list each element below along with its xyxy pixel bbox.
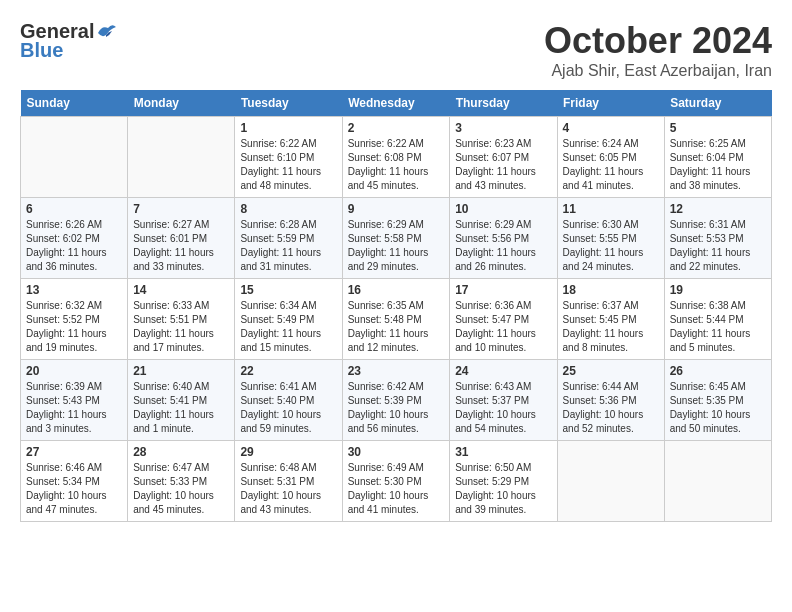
day-cell: 3Sunrise: 6:23 AMSunset: 6:07 PMDaylight… — [450, 117, 557, 198]
day-number: 24 — [455, 364, 551, 378]
day-info: Sunrise: 6:24 AMSunset: 6:05 PMDaylight:… — [563, 137, 659, 193]
day-number: 9 — [348, 202, 445, 216]
day-cell: 28Sunrise: 6:47 AMSunset: 5:33 PMDayligh… — [128, 441, 235, 522]
day-info: Sunrise: 6:29 AMSunset: 5:58 PMDaylight:… — [348, 218, 445, 274]
column-header-tuesday: Tuesday — [235, 90, 342, 117]
day-number: 11 — [563, 202, 659, 216]
day-number: 25 — [563, 364, 659, 378]
day-number: 27 — [26, 445, 122, 459]
day-info: Sunrise: 6:47 AMSunset: 5:33 PMDaylight:… — [133, 461, 229, 517]
day-number: 29 — [240, 445, 336, 459]
day-info: Sunrise: 6:45 AMSunset: 5:35 PMDaylight:… — [670, 380, 766, 436]
day-cell: 5Sunrise: 6:25 AMSunset: 6:04 PMDaylight… — [664, 117, 771, 198]
day-cell: 23Sunrise: 6:42 AMSunset: 5:39 PMDayligh… — [342, 360, 450, 441]
header: General Blue October 2024 Ajab Shir, Eas… — [20, 20, 772, 80]
day-number: 5 — [670, 121, 766, 135]
column-header-friday: Friday — [557, 90, 664, 117]
day-number: 13 — [26, 283, 122, 297]
day-info: Sunrise: 6:35 AMSunset: 5:48 PMDaylight:… — [348, 299, 445, 355]
day-info: Sunrise: 6:22 AMSunset: 6:08 PMDaylight:… — [348, 137, 445, 193]
day-number: 2 — [348, 121, 445, 135]
day-cell: 16Sunrise: 6:35 AMSunset: 5:48 PMDayligh… — [342, 279, 450, 360]
day-info: Sunrise: 6:26 AMSunset: 6:02 PMDaylight:… — [26, 218, 122, 274]
logo-blue: Blue — [20, 39, 63, 62]
day-info: Sunrise: 6:29 AMSunset: 5:56 PMDaylight:… — [455, 218, 551, 274]
day-info: Sunrise: 6:40 AMSunset: 5:41 PMDaylight:… — [133, 380, 229, 436]
day-info: Sunrise: 6:48 AMSunset: 5:31 PMDaylight:… — [240, 461, 336, 517]
day-info: Sunrise: 6:38 AMSunset: 5:44 PMDaylight:… — [670, 299, 766, 355]
day-info: Sunrise: 6:37 AMSunset: 5:45 PMDaylight:… — [563, 299, 659, 355]
location-title: Ajab Shir, East Azerbaijan, Iran — [544, 62, 772, 80]
title-area: October 2024 Ajab Shir, East Azerbaijan,… — [544, 20, 772, 80]
day-number: 21 — [133, 364, 229, 378]
day-cell: 2Sunrise: 6:22 AMSunset: 6:08 PMDaylight… — [342, 117, 450, 198]
day-cell: 19Sunrise: 6:38 AMSunset: 5:44 PMDayligh… — [664, 279, 771, 360]
day-number: 10 — [455, 202, 551, 216]
day-cell: 1Sunrise: 6:22 AMSunset: 6:10 PMDaylight… — [235, 117, 342, 198]
day-number: 26 — [670, 364, 766, 378]
day-info: Sunrise: 6:32 AMSunset: 5:52 PMDaylight:… — [26, 299, 122, 355]
month-title: October 2024 — [544, 20, 772, 62]
day-info: Sunrise: 6:41 AMSunset: 5:40 PMDaylight:… — [240, 380, 336, 436]
week-row-5: 27Sunrise: 6:46 AMSunset: 5:34 PMDayligh… — [21, 441, 772, 522]
day-number: 1 — [240, 121, 336, 135]
day-cell: 21Sunrise: 6:40 AMSunset: 5:41 PMDayligh… — [128, 360, 235, 441]
day-cell: 9Sunrise: 6:29 AMSunset: 5:58 PMDaylight… — [342, 198, 450, 279]
day-info: Sunrise: 6:28 AMSunset: 5:59 PMDaylight:… — [240, 218, 336, 274]
day-info: Sunrise: 6:27 AMSunset: 6:01 PMDaylight:… — [133, 218, 229, 274]
week-row-3: 13Sunrise: 6:32 AMSunset: 5:52 PMDayligh… — [21, 279, 772, 360]
day-cell — [21, 117, 128, 198]
day-number: 7 — [133, 202, 229, 216]
day-cell: 15Sunrise: 6:34 AMSunset: 5:49 PMDayligh… — [235, 279, 342, 360]
day-number: 8 — [240, 202, 336, 216]
day-cell: 8Sunrise: 6:28 AMSunset: 5:59 PMDaylight… — [235, 198, 342, 279]
day-cell: 22Sunrise: 6:41 AMSunset: 5:40 PMDayligh… — [235, 360, 342, 441]
day-info: Sunrise: 6:31 AMSunset: 5:53 PMDaylight:… — [670, 218, 766, 274]
day-cell — [557, 441, 664, 522]
day-info: Sunrise: 6:43 AMSunset: 5:37 PMDaylight:… — [455, 380, 551, 436]
day-cell: 20Sunrise: 6:39 AMSunset: 5:43 PMDayligh… — [21, 360, 128, 441]
day-info: Sunrise: 6:36 AMSunset: 5:47 PMDaylight:… — [455, 299, 551, 355]
day-number: 6 — [26, 202, 122, 216]
day-cell: 13Sunrise: 6:32 AMSunset: 5:52 PMDayligh… — [21, 279, 128, 360]
column-header-wednesday: Wednesday — [342, 90, 450, 117]
day-cell: 10Sunrise: 6:29 AMSunset: 5:56 PMDayligh… — [450, 198, 557, 279]
day-number: 12 — [670, 202, 766, 216]
day-number: 15 — [240, 283, 336, 297]
day-info: Sunrise: 6:42 AMSunset: 5:39 PMDaylight:… — [348, 380, 445, 436]
day-cell: 6Sunrise: 6:26 AMSunset: 6:02 PMDaylight… — [21, 198, 128, 279]
day-number: 23 — [348, 364, 445, 378]
column-header-monday: Monday — [128, 90, 235, 117]
day-cell: 25Sunrise: 6:44 AMSunset: 5:36 PMDayligh… — [557, 360, 664, 441]
day-number: 20 — [26, 364, 122, 378]
day-number: 31 — [455, 445, 551, 459]
day-number: 4 — [563, 121, 659, 135]
day-info: Sunrise: 6:25 AMSunset: 6:04 PMDaylight:… — [670, 137, 766, 193]
day-number: 16 — [348, 283, 445, 297]
day-cell: 17Sunrise: 6:36 AMSunset: 5:47 PMDayligh… — [450, 279, 557, 360]
day-number: 18 — [563, 283, 659, 297]
day-number: 28 — [133, 445, 229, 459]
column-header-sunday: Sunday — [21, 90, 128, 117]
day-cell: 26Sunrise: 6:45 AMSunset: 5:35 PMDayligh… — [664, 360, 771, 441]
day-cell: 18Sunrise: 6:37 AMSunset: 5:45 PMDayligh… — [557, 279, 664, 360]
bird-icon — [96, 23, 118, 41]
column-header-saturday: Saturday — [664, 90, 771, 117]
header-row: SundayMondayTuesdayWednesdayThursdayFrid… — [21, 90, 772, 117]
day-cell: 12Sunrise: 6:31 AMSunset: 5:53 PMDayligh… — [664, 198, 771, 279]
day-info: Sunrise: 6:30 AMSunset: 5:55 PMDaylight:… — [563, 218, 659, 274]
week-row-4: 20Sunrise: 6:39 AMSunset: 5:43 PMDayligh… — [21, 360, 772, 441]
day-cell: 4Sunrise: 6:24 AMSunset: 6:05 PMDaylight… — [557, 117, 664, 198]
day-info: Sunrise: 6:23 AMSunset: 6:07 PMDaylight:… — [455, 137, 551, 193]
day-cell: 11Sunrise: 6:30 AMSunset: 5:55 PMDayligh… — [557, 198, 664, 279]
day-cell: 30Sunrise: 6:49 AMSunset: 5:30 PMDayligh… — [342, 441, 450, 522]
day-cell: 31Sunrise: 6:50 AMSunset: 5:29 PMDayligh… — [450, 441, 557, 522]
day-number: 17 — [455, 283, 551, 297]
day-info: Sunrise: 6:49 AMSunset: 5:30 PMDaylight:… — [348, 461, 445, 517]
day-number: 30 — [348, 445, 445, 459]
calendar-table: SundayMondayTuesdayWednesdayThursdayFrid… — [20, 90, 772, 522]
day-number: 14 — [133, 283, 229, 297]
day-number: 3 — [455, 121, 551, 135]
day-cell: 24Sunrise: 6:43 AMSunset: 5:37 PMDayligh… — [450, 360, 557, 441]
day-number: 19 — [670, 283, 766, 297]
